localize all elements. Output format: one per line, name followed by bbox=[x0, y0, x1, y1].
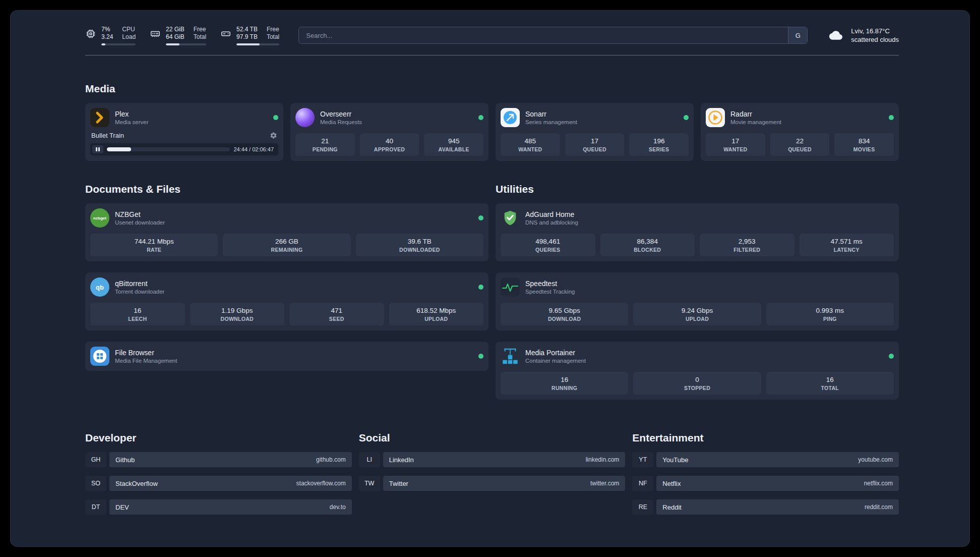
weather-widget: Lviv, 16.87°C scattered clouds bbox=[827, 27, 899, 44]
system-stats-group: 7% 3.24 CPU Load bbox=[85, 26, 279, 45]
section-documents: Documents & Files nzbget NZBGet Usenet d… bbox=[85, 183, 488, 371]
app-subtitle: Container management bbox=[525, 358, 586, 364]
pause-button[interactable] bbox=[92, 145, 103, 153]
section-utilities: Utilities AdGuard Home DNS and adblockin… bbox=[496, 183, 899, 400]
app-card-overseerr[interactable]: Overseerr Media Requests 21 PENDING 40 A… bbox=[290, 103, 488, 161]
stat-label: BLOCKED bbox=[602, 247, 693, 253]
stat-label: PING bbox=[768, 316, 892, 322]
bookmark-url: reddit.com bbox=[865, 504, 893, 511]
section-title-developer: Developer bbox=[85, 432, 352, 444]
stat-value: 16 bbox=[92, 307, 183, 314]
ram-total-value: 64 GiB bbox=[166, 33, 185, 41]
stat-label: DOWNLOADED bbox=[358, 247, 481, 253]
bookmark-link[interactable]: Github github.com bbox=[109, 452, 352, 467]
stat-box-downloaded: 39.6 TB DOWNLOADED bbox=[356, 234, 483, 256]
status-dot bbox=[273, 115, 278, 120]
app-name: File Browser bbox=[115, 349, 177, 357]
cpu-usage-bar bbox=[101, 43, 136, 45]
bookmark-name: Twitter bbox=[389, 480, 408, 487]
stat-box-latency: 47.571 ms LATENCY bbox=[800, 234, 894, 256]
bookmark-abbr: YT bbox=[632, 452, 653, 467]
radarr-icon bbox=[706, 108, 725, 127]
search-input[interactable] bbox=[299, 27, 788, 43]
bookmark-name: DEV bbox=[115, 504, 129, 511]
ram-icon bbox=[150, 28, 161, 39]
app-card-radarr[interactable]: Radarr Movie management 17 WANTED 22 QUE… bbox=[701, 103, 899, 161]
stat-label: LATENCY bbox=[802, 247, 892, 253]
bookmark-link[interactable]: StackOverflow stackoverflow.com bbox=[109, 476, 352, 491]
cpu-icon bbox=[85, 28, 96, 39]
app-name: Plex bbox=[115, 110, 148, 118]
stat-value: 9.65 Gbps bbox=[503, 307, 626, 314]
app-card-qbittorrent[interactable]: qb qBittorrent Torrent downloader 16 LEE… bbox=[85, 272, 488, 330]
app-name: Radarr bbox=[730, 110, 781, 118]
stat-box-running: 16 RUNNING bbox=[501, 372, 628, 395]
app-card-plex[interactable]: Plex Media server Bullet Train bbox=[85, 103, 283, 161]
stat-box-available: 945 AVAILABLE bbox=[424, 133, 483, 156]
stat-label: QUEUED bbox=[567, 146, 623, 152]
stat-label: WANTED bbox=[708, 146, 763, 152]
app-subtitle: Media server bbox=[115, 119, 148, 125]
stat-box-ping: 0.993 ms PING bbox=[766, 303, 894, 325]
bookmark-linkedin: LI LinkedIn linkedin.com bbox=[359, 452, 626, 467]
app-subtitle: Media File Management bbox=[115, 358, 177, 364]
bookmark-url: dev.to bbox=[330, 504, 346, 511]
bookmark-name: StackOverflow bbox=[115, 480, 158, 487]
stat-value: 2,953 bbox=[702, 238, 792, 245]
stat-box-download: 9.65 Gbps DOWNLOAD bbox=[501, 303, 628, 325]
stat-value: 39.6 TB bbox=[358, 238, 481, 245]
app-name: Sonarr bbox=[525, 110, 577, 118]
bookmark-abbr: RE bbox=[632, 499, 653, 515]
dashboard-panel: 7% 3.24 CPU Load bbox=[10, 10, 970, 547]
cpu-usage-percent: 7% bbox=[101, 26, 113, 33]
app-name: Overseerr bbox=[320, 110, 362, 118]
stat-value: 0 bbox=[635, 376, 759, 383]
app-card-adguard[interactable]: AdGuard Home DNS and adblocking 498,461 … bbox=[496, 203, 899, 261]
ram-usage-bar bbox=[166, 43, 206, 45]
app-card-sonarr[interactable]: Sonarr Series management 485 WANTED 17 Q… bbox=[496, 103, 694, 161]
app-subtitle: Series management bbox=[525, 119, 577, 125]
section-media: Media Plex Media server Bullet Train bbox=[85, 83, 899, 161]
bookmark-name: Netflix bbox=[662, 480, 681, 487]
progress-track[interactable] bbox=[107, 147, 230, 151]
app-card-portainer[interactable]: Media Portainer Container management 16 … bbox=[496, 342, 899, 400]
stat-label: QUERIES bbox=[503, 247, 593, 253]
stat-label: APPROVED bbox=[362, 146, 417, 152]
app-card-filebrowser[interactable]: File Browser Media File Management bbox=[85, 342, 488, 371]
qbittorrent-icon: qb bbox=[90, 277, 109, 297]
bookmark-link[interactable]: Netflix netflix.com bbox=[656, 476, 899, 491]
stat-box-queries: 498,461 QUERIES bbox=[501, 234, 595, 256]
app-card-speedtest[interactable]: Speedtest Speedtest Tracking 9.65 Gbps D… bbox=[496, 272, 899, 330]
cpu-widget: 7% 3.24 CPU Load bbox=[85, 26, 136, 45]
search-engine-button[interactable]: G bbox=[788, 27, 807, 43]
bookmark-abbr: SO bbox=[85, 476, 106, 491]
bookmark-link[interactable]: YouTube youtube.com bbox=[656, 452, 899, 467]
stat-label: UPLOAD bbox=[391, 316, 482, 322]
bookmark-abbr: GH bbox=[85, 452, 106, 467]
disk-total-value: 97.9 TB bbox=[236, 33, 258, 41]
weather-condition: scattered clouds bbox=[851, 35, 899, 44]
bookmark-name: LinkedIn bbox=[389, 456, 414, 464]
cpu-label: CPU bbox=[122, 26, 136, 33]
disk-free-value: 52.4 TB bbox=[236, 26, 258, 33]
bookmark-github: GH Github github.com bbox=[85, 452, 352, 467]
disk-usage-bar bbox=[236, 43, 279, 45]
bookmark-link[interactable]: Reddit reddit.com bbox=[656, 499, 899, 515]
stat-value: 17 bbox=[567, 137, 623, 145]
ram-free-value: 22 GiB bbox=[166, 26, 185, 33]
stat-value: 16 bbox=[768, 376, 892, 383]
stat-value: 196 bbox=[631, 137, 687, 145]
bookmark-url: twitter.com bbox=[590, 480, 619, 487]
disk-icon bbox=[220, 28, 231, 39]
bookmark-link[interactable]: DEV dev.to bbox=[109, 499, 352, 515]
overseerr-icon bbox=[295, 108, 315, 127]
bookmark-abbr: NF bbox=[632, 476, 653, 491]
stat-value: 266 GB bbox=[225, 238, 348, 245]
stat-value: 9.24 Gbps bbox=[635, 307, 759, 314]
bookmark-link[interactable]: Twitter twitter.com bbox=[383, 476, 626, 491]
ram-free-label: Free bbox=[194, 26, 206, 33]
stat-label: WANTED bbox=[503, 146, 558, 152]
settings-gear-icon[interactable] bbox=[270, 132, 277, 139]
bookmark-link[interactable]: LinkedIn linkedin.com bbox=[383, 452, 626, 467]
app-card-nzbget[interactable]: nzbget NZBGet Usenet downloader 744.21 M… bbox=[85, 203, 488, 261]
